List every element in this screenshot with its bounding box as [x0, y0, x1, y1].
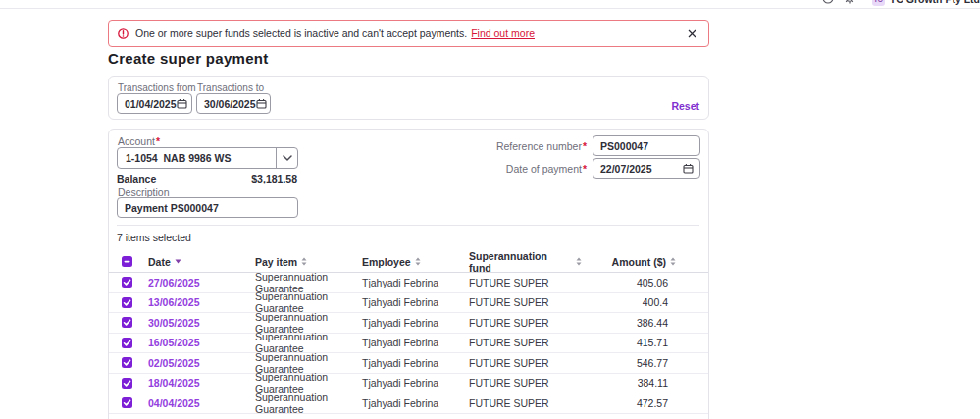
employee-cell: Tjahyadi Febrina [362, 296, 469, 308]
selected-items-summary: 7 items selected [117, 232, 191, 243]
balance-label: Balance [117, 173, 156, 184]
top-bar: ? TG TC Growth Pty Ltd [0, 0, 980, 9]
fund-cell: FUTURE SUPER [469, 377, 582, 389]
calendar-icon[interactable] [177, 98, 187, 109]
settings-button[interactable] [844, 0, 856, 6]
payment-date-link[interactable]: 04/04/2025 [148, 397, 200, 409]
fund-cell: FUTURE SUPER [469, 296, 582, 308]
fund-cell: FUTURE SUPER [469, 357, 582, 369]
balance-row: Balance $3,181.58 [117, 173, 297, 184]
column-header-amount[interactable]: Amount ($) [612, 256, 676, 268]
table-row: 30/05/2025 Superannuation Guarantee Tjah… [109, 313, 708, 334]
payment-date-link[interactable]: 18/04/2025 [148, 377, 200, 389]
company-avatar[interactable]: TG [872, 0, 885, 6]
fund-cell: FUTURE SUPER [469, 277, 582, 288]
table-header-row: Date Pay item Employee Superannuation fu… [109, 251, 708, 273]
row-checkbox[interactable] [122, 357, 132, 368]
transactions-to-label: Transactions to [197, 82, 264, 93]
calendar-icon[interactable] [256, 98, 267, 109]
transactions-from-label: Transactions from [118, 82, 196, 93]
payment-date-link[interactable]: 16/05/2025 [148, 337, 200, 348]
page-title: Create super payment [108, 50, 269, 67]
payment-date-value: 22/07/2025 [600, 163, 652, 175]
alert-message: One or more super funds selected is inac… [135, 27, 467, 39]
row-checkbox[interactable] [122, 378, 132, 389]
pay-item-cell: Superannuation Guarantee [255, 392, 362, 415]
transactions-filter-card: Transactions from 01/04/2025 Transaction… [108, 76, 709, 120]
payment-date-label: Date of payment* [506, 163, 587, 175]
create-super-payment-page: ? TG TC Growth Pty Ltd [0, 0, 980, 419]
table-body: 27/06/2025 Superannuation Guarantee Tjah… [109, 273, 708, 414]
table-row: 13/06/2025 Superannuation Guarantee Tjah… [109, 293, 708, 314]
sort-icon [670, 257, 676, 266]
select-all-checkbox[interactable] [122, 256, 132, 267]
section-divider [117, 225, 699, 226]
payment-date-link[interactable]: 27/06/2025 [148, 277, 200, 288]
reference-number-label: Reference number* [496, 140, 587, 152]
fund-cell: FUTURE SUPER [469, 397, 582, 409]
employee-cell: Tjahyadi Febrina [362, 337, 469, 348]
amount-cell: 472.57 [582, 397, 676, 409]
svg-text:?: ? [826, 0, 830, 1]
payment-date-row: Date of payment* 22/07/2025 [506, 158, 700, 179]
inactive-fund-alert: One or more super funds selected is inac… [108, 20, 709, 47]
super-payments-table: Date Pay item Employee Superannuation fu… [109, 251, 708, 414]
company-name[interactable]: TC Growth Pty Ltd [890, 0, 980, 5]
fund-cell: FUTURE SUPER [469, 337, 582, 348]
payment-details-card: Account* 1-1054 NAB 9986 WS Balance $3,1… [108, 129, 709, 419]
table-row: 16/05/2025 Superannuation Guarantee Tjah… [109, 334, 708, 354]
transactions-from-value: 01/04/2025 [125, 98, 177, 110]
reference-number-input[interactable] [593, 135, 700, 156]
reference-number-row: Reference number* [496, 135, 700, 156]
employee-cell: Tjahyadi Febrina [362, 277, 469, 288]
amount-cell: 405.06 [582, 277, 676, 288]
payment-date-link[interactable]: 30/05/2025 [148, 317, 200, 329]
payment-date-input[interactable]: 22/07/2025 [593, 158, 700, 179]
help-icon: ? [822, 0, 834, 8]
row-checkbox[interactable] [122, 277, 132, 288]
alert-close-button[interactable] [688, 29, 696, 38]
find-out-more-link[interactable]: Find out more [471, 27, 535, 39]
table-row: 27/06/2025 Superannuation Guarantee Tjah… [109, 273, 708, 293]
amount-cell: 546.77 [582, 357, 676, 369]
account-label: Account* [118, 135, 160, 147]
transactions-to-input[interactable]: 30/06/2025 [196, 93, 271, 114]
employee-cell: Tjahyadi Febrina [362, 377, 469, 389]
sort-icon [301, 257, 307, 266]
amount-cell: 400.4 [582, 296, 676, 308]
employee-cell: Tjahyadi Febrina [362, 317, 469, 329]
amount-cell: 384.11 [582, 377, 676, 389]
error-icon [118, 28, 129, 39]
sort-icon [415, 257, 421, 266]
table-row: 04/04/2025 Superannuation Guarantee Tjah… [109, 393, 708, 414]
row-checkbox[interactable] [122, 297, 132, 308]
chevron-down-icon[interactable] [276, 148, 297, 168]
employee-cell: Tjahyadi Febrina [362, 357, 469, 369]
transactions-from-input[interactable]: 01/04/2025 [117, 93, 192, 114]
description-input[interactable] [117, 197, 298, 218]
transactions-to-value: 30/06/2025 [204, 98, 256, 110]
sort-desc-icon [175, 259, 181, 264]
payment-date-link[interactable]: 02/05/2025 [148, 357, 200, 369]
column-header-superannuation-fund[interactable]: Superannuation fund [469, 250, 582, 274]
column-header-date[interactable]: Date [148, 256, 255, 268]
help-button[interactable]: ? [822, 0, 835, 6]
account-value: 1-1054 NAB 9986 WS [118, 148, 276, 168]
table-row: 02/05/2025 Superannuation Guarantee Tjah… [109, 353, 708, 374]
row-checkbox[interactable] [122, 397, 132, 408]
row-checkbox[interactable] [122, 317, 132, 328]
fund-cell: FUTURE SUPER [469, 317, 582, 329]
calendar-icon[interactable] [683, 163, 694, 174]
table-row: 18/04/2025 Superannuation Guarantee Tjah… [109, 374, 708, 394]
row-checkbox[interactable] [122, 338, 132, 348]
employee-cell: Tjahyadi Febrina [362, 397, 469, 409]
reset-link[interactable]: Reset [671, 100, 699, 112]
gear-icon [844, 0, 855, 8]
account-select[interactable]: 1-1054 NAB 9986 WS [117, 147, 298, 169]
column-header-pay-item[interactable]: Pay item [255, 256, 362, 268]
amount-cell: 386.44 [582, 317, 676, 329]
close-icon [688, 29, 696, 38]
column-header-employee[interactable]: Employee [362, 256, 469, 268]
payment-date-link[interactable]: 13/06/2025 [148, 296, 200, 308]
balance-value: $3,181.58 [251, 173, 297, 184]
